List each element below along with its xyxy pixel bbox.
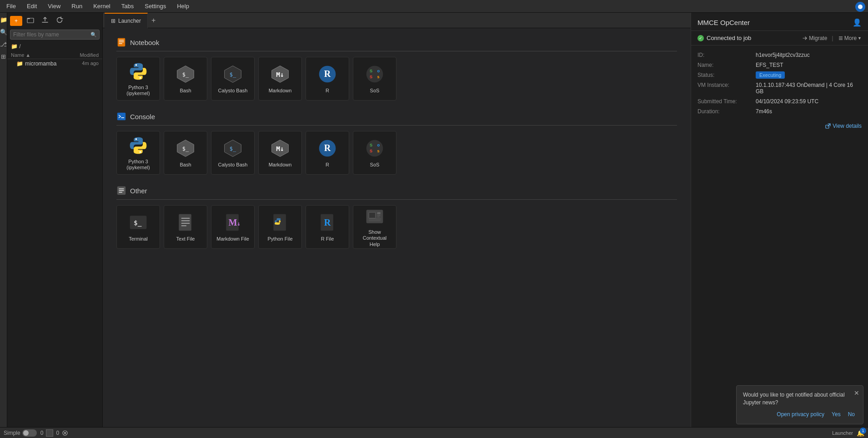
toast-no-button[interactable]: No	[846, 410, 857, 418]
menu-run[interactable]: Run	[69, 2, 85, 10]
svg-text:$_: $_	[134, 219, 142, 227]
sidebar-icon-git[interactable]: ⎇	[0, 39, 7, 50]
launch-text-file[interactable]: Text File	[164, 205, 207, 249]
launch-r-file[interactable]: R R File	[306, 205, 349, 249]
chevron-down-icon: ▼	[858, 36, 862, 40]
svg-point-67	[858, 5, 863, 9]
refresh-button[interactable]	[53, 15, 66, 27]
new-launcher-button[interactable]: + +	[10, 16, 22, 26]
launch-calysto-bash-console[interactable]: $_ Calysto Bash	[211, 131, 255, 175]
svg-text:$_: $_	[182, 71, 189, 78]
new-tab-button[interactable]: +	[148, 15, 159, 26]
python-console-icon	[127, 135, 149, 156]
launch-markdown-console[interactable]: M↓ Markdown	[258, 131, 302, 175]
more-button[interactable]: More ▼	[838, 35, 862, 41]
status-value: Executing	[756, 72, 862, 78]
info-vm-row: VM Instance: 10.1.10.187:443 OnDemand | …	[697, 80, 862, 96]
launch-markdown-file[interactable]: M ↓ Markdown File	[211, 205, 255, 249]
toast-close-button[interactable]: ✕	[854, 389, 859, 397]
menu-view[interactable]: View	[45, 2, 63, 10]
section-console-header: Console	[116, 111, 677, 126]
bash-console-label: Bash	[180, 162, 191, 168]
menu-kernel[interactable]: Kernel	[90, 2, 113, 10]
column-name[interactable]: Name ▲	[11, 52, 30, 58]
menu-file[interactable]: File	[4, 2, 19, 10]
svg-point-22	[135, 138, 137, 140]
svg-rect-4	[119, 43, 122, 44]
markdown-notebook-icon: M↓	[269, 63, 291, 85]
launch-bash-console[interactable]: $_ Bash	[164, 131, 207, 175]
menu-edit[interactable]: Edit	[24, 2, 40, 10]
launch-contextual-help[interactable]: Show Contextual Help	[353, 205, 396, 249]
launch-r-notebook[interactable]: R R	[306, 57, 349, 101]
search-icon: 🔍	[90, 32, 97, 38]
status-bar: Simple 0 0 Launcher 🔔 1	[0, 427, 868, 438]
launch-bash-notebook[interactable]: $_ Bash	[164, 57, 207, 101]
view-details-link[interactable]: View details	[691, 121, 868, 131]
connected-text: Connected to job	[707, 35, 799, 41]
r-file-icon: R	[316, 211, 338, 233]
upload-button[interactable]	[39, 15, 51, 27]
toast-privacy-button[interactable]: Open privacy policy	[775, 410, 826, 418]
name-label: Name:	[697, 62, 752, 68]
calysto-bash-console-icon: $_	[222, 137, 244, 159]
content-area: Notebook	[103, 28, 691, 427]
info-id-row: ID: h1evor5j4itpt2cv3zzuc	[697, 50, 862, 60]
id-value: h1evor5j4itpt2cv3zzuc	[756, 52, 862, 58]
menu-settings[interactable]: Settings	[142, 2, 169, 10]
launch-python3-notebook[interactable]: Python 3 (ipykernel)	[116, 57, 160, 101]
simple-mode-toggle[interactable]: Simple	[4, 429, 37, 437]
svg-text:R: R	[324, 69, 331, 79]
launch-terminal[interactable]: $_ Terminal	[116, 205, 160, 249]
svg-point-15	[366, 66, 383, 83]
calysto-bash-console-label: Calysto Bash	[218, 162, 248, 168]
info-status-row: Status: Executing	[697, 70, 862, 80]
mode-toggle-switch[interactable]	[22, 429, 37, 437]
svg-text:s: s	[377, 75, 380, 80]
file-panel-header: + + 🔍	[7, 13, 102, 41]
launch-python-file[interactable]: Python File	[258, 205, 302, 249]
file-search-input[interactable]	[10, 30, 100, 40]
toast-yes-button[interactable]: Yes	[830, 410, 843, 418]
plus-icon: +	[15, 18, 18, 24]
tab-launcher[interactable]: ⊞ Launcher	[105, 13, 148, 28]
launch-python3-console[interactable]: Python 3 (ipykernel)	[116, 131, 160, 175]
error-count: 0	[40, 430, 44, 436]
sidebar-icon-puzzle[interactable]: ⊞	[1, 51, 6, 62]
settings-icon[interactable]	[62, 430, 68, 436]
svg-rect-55	[369, 212, 376, 218]
new-folder-button[interactable]	[24, 15, 37, 27]
status-box1	[46, 429, 53, 437]
svg-rect-43	[179, 214, 191, 231]
console-grid: Python 3 (ipykernel) $_ Bash	[116, 131, 677, 175]
migrate-icon	[802, 35, 808, 41]
calysto-bash-notebook-label: Calysto Bash	[218, 88, 248, 94]
svg-point-66	[64, 432, 66, 434]
top-right-circle-button[interactable]	[855, 2, 865, 12]
launch-r-console[interactable]: R R	[306, 131, 349, 175]
sidebar-icon-folder[interactable]: 📁	[0, 15, 7, 25]
user-icon[interactable]: 👤	[853, 18, 862, 27]
r-console-icon: R	[316, 137, 338, 159]
python3-notebook-label: Python 3 (ipykernel)	[126, 85, 150, 96]
file-panel: + + 🔍 📁 /	[7, 13, 103, 427]
launch-calysto-bash-notebook[interactable]: $_ Calysto Bash	[211, 57, 255, 101]
menu-tabs[interactable]: Tabs	[119, 2, 136, 10]
launch-markdown-notebook[interactable]: M↓ Markdown	[258, 57, 302, 101]
folder-icon-micromamba: 📁	[16, 60, 23, 67]
vm-value: 10.1.10.187:443 OnDemand | 4 Core 16 GB	[756, 82, 862, 95]
r-file-label: R File	[321, 236, 334, 242]
svg-text:M↓: M↓	[276, 145, 284, 152]
bash-notebook-label: Bash	[180, 88, 191, 94]
launch-sos-console[interactable]: S o S s SoS	[353, 131, 396, 175]
svg-text:R: R	[324, 218, 331, 228]
tab-launcher-icon: ⊞	[111, 18, 115, 24]
launch-sos-notebook[interactable]: S o S s SoS	[353, 57, 396, 101]
file-item-micromamba[interactable]: 📁 micromamba 4m ago	[7, 59, 102, 68]
migrate-button[interactable]: Migrate	[802, 35, 827, 41]
sidebar-icon-search[interactable]: 🔍	[0, 27, 7, 37]
menu-help[interactable]: Help	[174, 2, 192, 10]
markdown-console-icon: M↓	[269, 137, 291, 159]
status-numbers: 0 0	[40, 429, 68, 437]
toggle-knob	[23, 430, 29, 436]
